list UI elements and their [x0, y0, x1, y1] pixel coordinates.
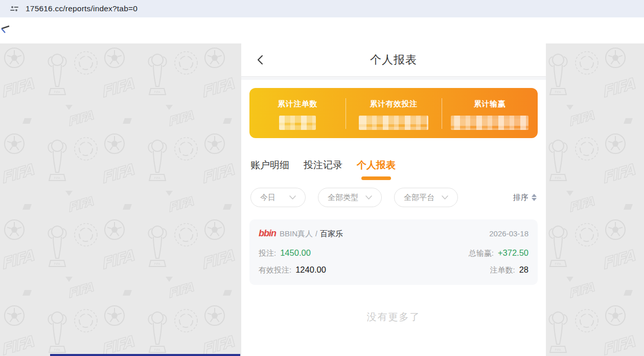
stat-total-bets: 累计注单数 — [249, 88, 346, 138]
chevron-down-icon — [442, 195, 448, 199]
bet-label: 投注: — [259, 249, 276, 257]
tune-icon[interactable] — [10, 5, 18, 13]
panel-header: 个人报表 — [241, 43, 546, 76]
filter-label: 今日 — [260, 193, 275, 203]
masked-value — [359, 116, 428, 130]
tab-account-details[interactable]: 账户明细 — [250, 159, 289, 180]
stat-label: 累计注单数 — [278, 99, 317, 109]
bet-count-label: 注单数: — [490, 265, 515, 274]
tab-active-underline — [361, 176, 391, 180]
bet-amount: 投注:1450.00 — [259, 248, 311, 258]
back-button[interactable] — [257, 55, 264, 65]
no-more-text: 没有更多了 — [241, 310, 546, 324]
valid-bet-value: 1240.00 — [295, 265, 326, 274]
winloss-label: 总输赢: — [469, 249, 494, 257]
filter-label: 全部类型 — [328, 193, 358, 203]
filter-date-dropdown[interactable]: 今日 — [250, 188, 306, 207]
bet-count: 注单数:28 — [490, 265, 528, 275]
filter-label: 全部平台 — [404, 193, 434, 203]
bet-count-value: 28 — [519, 265, 528, 274]
stat-label: 累计有效投注 — [370, 99, 418, 109]
chevron-left-icon — [257, 55, 264, 65]
separator: / — [315, 230, 317, 238]
filter-bar: 今日 全部类型 全部平台 排序 — [241, 180, 546, 207]
tab-bar: 账户明细 投注记录 个人报表 — [241, 138, 546, 180]
report-record-card[interactable]: bbinBBIN真人/百家乐 2026-03-18 投注:1450.00 总输赢… — [249, 219, 538, 285]
summary-stats-card: 累计注单数 累计有效投注 累计输赢 — [249, 88, 538, 138]
provider-name: BBIN真人 — [280, 229, 313, 238]
bbin-logo: bbin — [259, 228, 276, 238]
filter-type-dropdown[interactable]: 全部类型 — [318, 188, 382, 207]
stat-total-valid-bets: 累计有效投注 — [346, 88, 442, 138]
tab-label: 账户明细 — [250, 160, 289, 170]
report-panel: 个人报表 累计注单数 累计有效投注 累计输赢 账户明细 投注记录 — [241, 43, 546, 356]
url-text[interactable]: 175616.cc/reports/index?tab=0 — [26, 4, 137, 13]
filter-platform-dropdown[interactable]: 全部平台 — [394, 188, 458, 207]
valid-bet-label: 有效投注: — [259, 265, 291, 274]
game-name: 百家乐 — [320, 229, 343, 238]
tab-label: 投注记录 — [304, 160, 342, 170]
sort-label: 排序 — [513, 193, 528, 203]
page-title: 个人报表 — [370, 52, 417, 68]
sort-control[interactable]: 排序 — [513, 193, 537, 203]
chevron-down-icon — [365, 195, 372, 199]
chevron-down-icon — [289, 195, 296, 199]
tab-personal-report[interactable]: 个人报表 — [357, 159, 396, 180]
tab-bet-records[interactable]: 投注记录 — [304, 159, 342, 180]
masked-value — [279, 116, 316, 130]
page-top-whitespace — [0, 17, 644, 43]
tab-label: 个人报表 — [357, 160, 396, 170]
stat-total-winloss: 累计输赢 — [442, 88, 538, 138]
winloss-value: +372.50 — [498, 248, 528, 257]
stat-label: 累计输赢 — [474, 99, 505, 109]
valid-bet-amount: 有效投注:1240.00 — [259, 265, 326, 275]
sort-arrows-icon — [532, 194, 537, 201]
winloss-amount: 总输赢:+372.50 — [469, 248, 528, 258]
bottom-navy-strip — [50, 354, 240, 356]
record-game-title: bbinBBIN真人/百家乐 — [259, 228, 343, 239]
record-date: 2026-03-18 — [489, 229, 528, 238]
bet-value: 1450.00 — [280, 248, 311, 257]
browser-address-bar[interactable]: 175616.cc/reports/index?tab=0 — [0, 0, 644, 17]
masked-value — [451, 116, 528, 130]
partial-glyph — [0, 24, 10, 35]
